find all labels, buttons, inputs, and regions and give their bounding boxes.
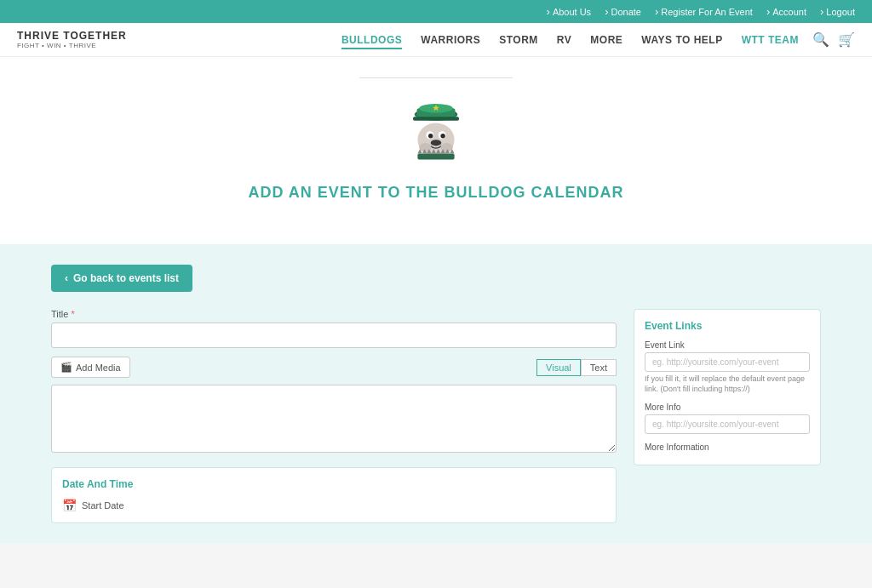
visual-tab[interactable]: Visual xyxy=(536,359,581,376)
more-info-label: More Info xyxy=(645,402,810,412)
nav-item-ways-to-help[interactable]: WAYS TO HELP xyxy=(641,33,722,46)
media-icon: 🎬 xyxy=(60,362,72,373)
nav-links: BULLDOGS WARRIORS STORM RV MORE WAYS TO … xyxy=(341,33,799,46)
bulldog-mascot xyxy=(398,95,474,172)
nav-item-more[interactable]: MORE xyxy=(590,33,622,46)
about-us-link[interactable]: About Us xyxy=(547,5,592,18)
logo-subtitle: FIGHT • WIN • THRIVE xyxy=(17,42,127,49)
add-media-row: 🎬 Add Media Visual Text xyxy=(51,357,617,381)
page-heading: ADD AN EVENT TO THE BULLDOG CALENDAR xyxy=(249,184,624,202)
logo-title: THRIVE TOGETHER xyxy=(17,30,127,42)
required-indicator: * xyxy=(68,309,74,319)
form-left: Title * 🎬 Add Media Visual Text xyxy=(51,309,617,523)
back-button[interactable]: ‹ Go back to events list xyxy=(51,265,192,292)
donate-link[interactable]: Donate xyxy=(605,5,641,18)
add-media-button[interactable]: 🎬 Add Media xyxy=(51,357,130,378)
more-info-input[interactable] xyxy=(645,414,810,434)
svg-point-9 xyxy=(440,134,445,138)
start-date-row: 📅 Start Date xyxy=(62,499,605,512)
svg-point-10 xyxy=(431,140,442,146)
date-time-section: Date And Time 📅 Start Date xyxy=(51,467,617,523)
cart-icon[interactable]: 🛒 xyxy=(838,31,855,48)
svg-rect-3 xyxy=(413,117,459,121)
divider-line xyxy=(359,77,513,78)
nav-item-wtt-team[interactable]: WTT TEAM xyxy=(742,33,799,46)
text-tab[interactable]: Text xyxy=(581,359,617,376)
search-icon[interactable]: 🔍 xyxy=(812,31,829,48)
top-bar: About Us Donate Register For An Event Ac… xyxy=(0,0,872,23)
account-link[interactable]: Account xyxy=(766,5,806,18)
more-information-label: More Information xyxy=(645,442,810,452)
nav-icons: 🔍 🛒 xyxy=(812,31,855,48)
logout-link[interactable]: Logout xyxy=(820,5,855,18)
event-link-input[interactable] xyxy=(645,352,810,372)
nav-item-bulldogs[interactable]: BULLDOGS xyxy=(341,33,402,46)
content-textarea[interactable] xyxy=(51,385,617,453)
date-time-title: Date And Time xyxy=(62,478,605,490)
event-links-card: Event Links Event Link If you fill it, i… xyxy=(634,309,821,465)
page-content: ADD AN EVENT TO THE BULLDOG CALENDAR xyxy=(0,57,872,244)
logo: THRIVE TOGETHER FIGHT • WIN • THRIVE xyxy=(17,30,127,49)
title-label: Title * xyxy=(51,309,617,319)
svg-rect-13 xyxy=(417,153,454,159)
title-input[interactable] xyxy=(51,323,617,348)
nav-item-rv[interactable]: RV xyxy=(557,33,571,46)
form-right: Event Links Event Link If you fill it, i… xyxy=(634,309,821,523)
svg-point-8 xyxy=(428,134,433,138)
nav-item-storm[interactable]: STORM xyxy=(499,33,538,46)
nav-item-warriors[interactable]: WARRIORS xyxy=(421,33,480,46)
editor-tabs: Visual Text xyxy=(536,359,617,376)
calendar-icon: 📅 xyxy=(62,499,77,512)
start-date-label: Start Date xyxy=(82,500,124,511)
event-link-hint: If you fill it, it will replace the defa… xyxy=(645,374,810,394)
form-grid: Title * 🎬 Add Media Visual Text xyxy=(51,309,821,523)
event-link-label: Event Link xyxy=(645,340,810,350)
form-section: ‹ Go back to events list Title * 🎬 Add M… xyxy=(0,244,872,544)
event-links-title: Event Links xyxy=(645,320,810,332)
register-event-link[interactable]: Register For An Event xyxy=(655,5,753,18)
main-nav: THRIVE TOGETHER FIGHT • WIN • THRIVE BUL… xyxy=(0,23,872,57)
